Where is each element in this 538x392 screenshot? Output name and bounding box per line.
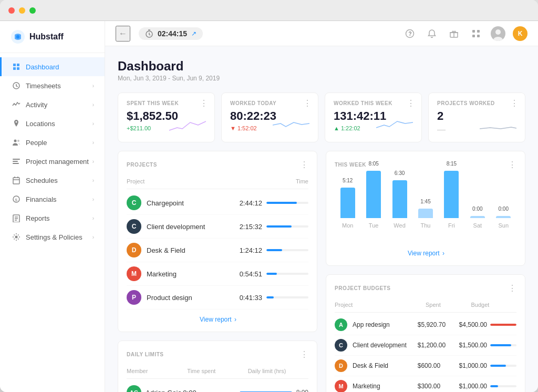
sidebar-item-label-project-management: Project management (26, 158, 89, 166)
stat-card-spent-week: SPENT THIS WEEK $1,852.50 +$211.00 ⋮ (118, 92, 215, 142)
right-column: THIS WEEK ⋮ 5:12 Mon 8:05 Tue 6:30 Wed 1… (326, 151, 525, 392)
stat-menu-projects-worked[interactable]: ⋮ (510, 98, 519, 108)
projects-col-project: Project (127, 178, 296, 184)
project-row: P Product design 0:41:33 (127, 286, 308, 310)
dashboard-area: Dashboard Mon, Jun 3, 2019 - Sun, Jun 9,… (105, 46, 538, 392)
people-icon (12, 138, 20, 147)
maximize-button[interactable] (29, 7, 36, 14)
sidebar-item-activity[interactable]: Activity › (0, 95, 105, 114)
chart-day-wed: 6:30 Wed (392, 170, 407, 229)
sidebar-item-settings[interactable]: Settings & Policies › (0, 228, 105, 246)
chart-bar (392, 180, 407, 218)
chart-bar (470, 216, 485, 219)
day-label: Fri (448, 222, 455, 229)
svg-text:?: ? (409, 31, 412, 37)
project-dot: D (127, 243, 141, 257)
stat-menu-spent-week[interactable]: ⋮ (200, 98, 208, 108)
notifications-button[interactable] (425, 26, 439, 41)
back-button[interactable]: ← (116, 26, 130, 42)
user-initial-badge[interactable]: K (513, 26, 527, 41)
left-column: PROJECTS ⋮ Project Time C Chargepoint 2:… (118, 151, 317, 392)
stats-row: SPENT THIS WEEK $1,852.50 +$211.00 ⋮ (118, 92, 525, 142)
this-week-card-menu[interactable]: ⋮ (508, 160, 516, 170)
projects-view-report[interactable]: View report › (127, 310, 308, 323)
stat-sparkline-worked-week (376, 117, 413, 135)
timer-expand-button[interactable]: ↗ (191, 30, 196, 37)
budget-row: C Client development $1,200.00 $1,500.00 (335, 335, 516, 356)
grid-button[interactable] (469, 26, 483, 41)
progress-bar (266, 249, 308, 251)
projects-table-header: Project Time (127, 176, 308, 189)
svg-point-21 (495, 29, 501, 35)
chart-bar (496, 216, 511, 219)
budgets-col-budget: Budget (471, 302, 517, 308)
day-label: Sun (498, 222, 509, 229)
svg-rect-7 (13, 178, 19, 184)
project-row: M Marketing 0:54:51 (127, 262, 308, 286)
sidebar-item-dashboard[interactable]: Dashboard (0, 57, 105, 76)
sidebar-item-locations[interactable]: Locations › (0, 114, 105, 133)
daily-limits-rows: AG Adrian Goia 8:00 8:00 CR Cody Rogers … (127, 381, 308, 392)
this-week-view-report[interactable]: View report › (335, 243, 516, 257)
daily-limits-card-menu[interactable]: ⋮ (300, 349, 308, 359)
budget-bar (490, 365, 516, 367)
budget-value: $1,000.00 (459, 362, 487, 369)
budget-bar (490, 324, 516, 326)
sidebar-item-reports[interactable]: Reports › (0, 209, 105, 228)
project-row: C Client development 2:15:32 (127, 215, 308, 239)
this-week-card-title: THIS WEEK (335, 162, 366, 168)
page-subtitle: Mon, Jun 3, 2019 - Sun, Jun 9, 2019 (118, 75, 525, 82)
bar-value: 5:12 (343, 178, 353, 183)
budget-project-name: Desk & Field (353, 362, 388, 369)
timesheets-icon (12, 81, 20, 90)
financials-icon: $ (12, 195, 20, 203)
member-time: 8:00 (183, 389, 239, 393)
sidebar-logo: Hubstaff (0, 21, 105, 53)
chart-day-sun: 0:00 Sun (496, 206, 511, 229)
top-bar-right: ? (402, 26, 527, 41)
svg-point-11 (15, 236, 18, 239)
sidebar-item-financials[interactable]: $ Financials › (0, 190, 105, 209)
project-time: 1:24:12 (235, 246, 262, 254)
project-budgets-card: PROJECT BUDGETS ⋮ Project Spent Budget A… (326, 274, 525, 392)
project-dot: M (127, 266, 141, 281)
logo-text: Hubstaff (29, 32, 64, 42)
budget-row: D Desk & Field $600.00 $1,000.00 (335, 356, 516, 376)
chevron-icon-people: › (92, 140, 94, 146)
chevron-icon-settings: › (92, 234, 94, 240)
budget-spent: $600.00 (418, 362, 459, 369)
stat-sparkline-projects-worked (480, 117, 516, 135)
minimize-button[interactable] (19, 7, 25, 14)
chevron-icon-reports: › (92, 215, 94, 221)
help-button[interactable]: ? (402, 26, 417, 41)
close-button[interactable] (8, 7, 15, 14)
svg-point-2 (14, 140, 17, 142)
stat-menu-worked-week[interactable]: ⋮ (407, 98, 415, 108)
project-name: Desk & Field (147, 246, 185, 254)
user-avatar[interactable] (491, 26, 505, 41)
sidebar-item-people[interactable]: People › (0, 133, 105, 152)
projects-col-time: Time (296, 178, 308, 184)
sidebar-item-project-management[interactable]: Project management › (0, 152, 105, 171)
budget-row: M Marketing $300.00 $1,000.00 (335, 376, 516, 392)
stat-card-worked-week: WORKED THIS WEEK 131:42:11 ▲ 1:22:02 ⋮ (325, 92, 422, 142)
top-bar: ← 02:44:15 ↗ ? (105, 21, 538, 46)
sidebar-item-label-financials: Financials (26, 195, 57, 203)
sidebar-item-label-schedules: Schedules (26, 177, 58, 184)
gift-button[interactable] (447, 26, 461, 41)
timer-time: 02:44:15 (158, 29, 187, 38)
projects-card-header: PROJECTS ⋮ (127, 160, 308, 170)
grid-icon (471, 29, 481, 38)
locations-icon (12, 119, 20, 128)
sidebar-item-label-dashboard: Dashboard (26, 63, 59, 71)
schedules-icon (12, 176, 20, 184)
activity-icon (12, 100, 20, 109)
sidebar-item-timesheets[interactable]: Timesheets › (0, 76, 105, 95)
stat-menu-worked-today[interactable]: ⋮ (303, 98, 312, 108)
project-budgets-card-menu[interactable]: ⋮ (508, 283, 516, 293)
projects-card-menu[interactable]: ⋮ (300, 160, 308, 170)
sidebar-item-schedules[interactable]: Schedules › (0, 171, 105, 190)
project-row: C Chargepoint 2:44:12 (127, 191, 308, 215)
chart-bar (340, 188, 355, 219)
bar-value: 6:30 (395, 170, 405, 176)
